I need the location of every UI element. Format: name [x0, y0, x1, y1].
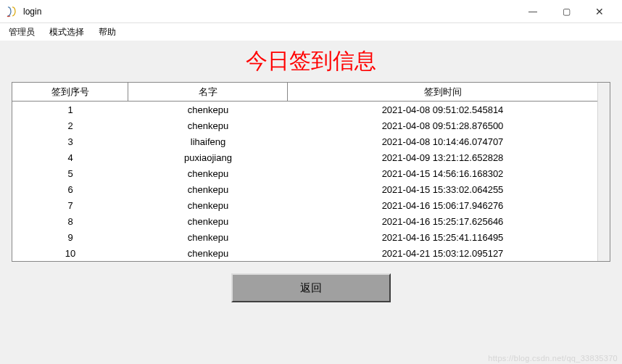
cell-name: chenkepu [128, 167, 288, 180]
cell-name: chenkepu [128, 247, 288, 260]
scrollbar[interactable] [597, 83, 610, 261]
cell-index: 1 [12, 104, 128, 116]
cell-index: 6 [12, 183, 128, 196]
minimize-button[interactable]: — [516, 0, 550, 23]
button-area: 返回 [9, 262, 613, 305]
table-row[interactable]: 3lihaifeng2021-04-08 10:14:46.074707 [12, 133, 597, 149]
cell-time: 2021-04-09 13:21:12.652828 [288, 152, 597, 164]
cell-time: 2021-04-08 09:51:02.545814 [288, 104, 597, 116]
cell-name: chenkepu [128, 120, 288, 132]
table-row[interactable]: 10chenkepu2021-04-21 15:03:12.095127 [12, 245, 597, 261]
table-body: 1chenkepu2021-04-08 09:51:02.5458142chen… [12, 102, 597, 261]
table-row[interactable]: 2chenkepu2021-04-08 09:51:28.876500 [12, 117, 597, 133]
menu-admin[interactable]: 管理员 [3, 25, 41, 40]
table-row[interactable]: 9chenkepu2021-04-16 15:25:41.116495 [12, 229, 597, 245]
cell-index: 9 [12, 231, 128, 244]
cell-name: chenkepu [128, 183, 288, 196]
table-row[interactable]: 1chenkepu2021-04-08 09:51:02.545814 [12, 102, 597, 117]
cell-index: 8 [12, 215, 128, 228]
cell-index: 5 [12, 167, 128, 180]
cell-name: chenkepu [128, 104, 288, 116]
cell-time: 2021-04-08 10:14:46.074707 [288, 136, 597, 148]
cell-index: 3 [12, 136, 128, 148]
back-button[interactable]: 返回 [231, 273, 391, 302]
cell-time: 2021-04-08 09:51:28.876500 [288, 120, 597, 132]
cell-time: 2021-04-15 15:33:02.064255 [288, 183, 597, 196]
cell-index: 7 [12, 199, 128, 212]
window-title: login [23, 7, 516, 17]
cell-index: 4 [12, 152, 128, 164]
col-header-index[interactable]: 签到序号 [12, 83, 128, 101]
checkin-table: 签到序号 名字 签到时间 1chenkepu2021-04-08 09:51:0… [12, 82, 610, 262]
cell-time: 2021-04-21 15:03:12.095127 [288, 247, 597, 260]
cell-time: 2021-04-16 15:25:41.116495 [288, 231, 597, 244]
cell-name: chenkepu [128, 215, 288, 228]
cell-name: lihaifeng [128, 136, 288, 148]
page-title: 今日签到信息 [9, 44, 613, 82]
cell-time: 2021-04-15 14:56:16.168302 [288, 167, 597, 180]
cell-time: 2021-04-16 15:06:17.946276 [288, 199, 597, 212]
watermark: https://blog.csdn.net/qq_33835370 [488, 354, 618, 363]
cell-time: 2021-04-16 15:25:17.625646 [288, 215, 597, 228]
cell-name: chenkepu [128, 231, 288, 244]
maximize-button[interactable]: ▢ [550, 0, 583, 23]
table-row[interactable]: 4puxiaojiang2021-04-09 13:21:12.652828 [12, 149, 597, 165]
cell-name: puxiaojiang [128, 152, 288, 164]
cell-name: chenkepu [128, 199, 288, 212]
menu-bar: 管理员 模式选择 帮助 [0, 23, 622, 41]
window-controls: — ▢ ✕ [516, 0, 616, 23]
col-header-name[interactable]: 名字 [128, 83, 288, 101]
cell-index: 10 [12, 247, 128, 260]
close-button[interactable]: ✕ [583, 0, 616, 23]
table-row[interactable]: 7chenkepu2021-04-16 15:06:17.946276 [12, 197, 597, 213]
app-icon [6, 6, 17, 17]
menu-mode-select[interactable]: 模式选择 [43, 25, 90, 40]
table-header-row: 签到序号 名字 签到时间 [12, 83, 597, 102]
content-area: 今日签到信息 签到序号 名字 签到时间 1chenkepu2021-04-08 … [0, 41, 622, 314]
table-row[interactable]: 6chenkepu2021-04-15 15:33:02.064255 [12, 181, 597, 197]
cell-index: 2 [12, 120, 128, 132]
title-bar: login — ▢ ✕ [0, 0, 622, 23]
menu-help[interactable]: 帮助 [93, 25, 122, 40]
table-row[interactable]: 8chenkepu2021-04-16 15:25:17.625646 [12, 213, 597, 229]
table-row[interactable]: 5chenkepu2021-04-15 14:56:16.168302 [12, 165, 597, 181]
col-header-time[interactable]: 签到时间 [288, 83, 597, 101]
